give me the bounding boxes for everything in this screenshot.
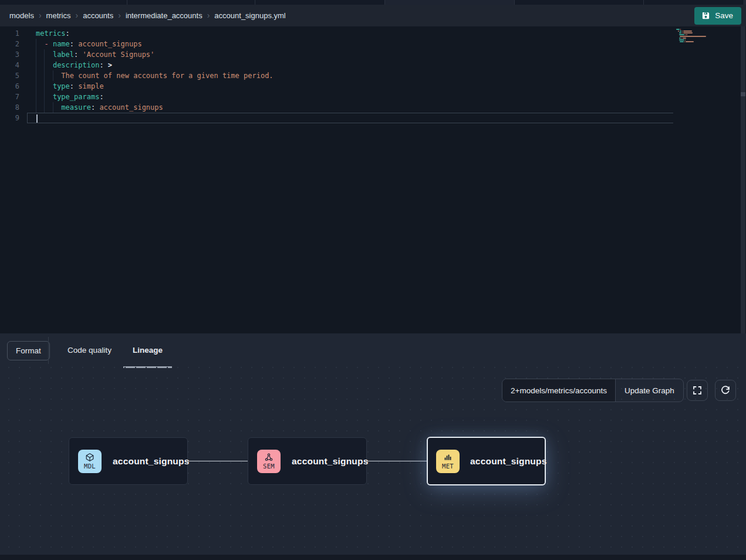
lineage-edge [188,461,248,461]
cube-icon: MDL [78,450,102,473]
semantic-graph-icon: SEM [257,450,281,473]
lineage-canvas[interactable]: Update Graph MDLaccount_s [0,367,746,555]
token-val: The count of new accounts for a given ti… [61,72,273,80]
indent-guide [44,49,45,113]
fullscreen-icon [692,385,703,396]
window-tab-segment [255,0,385,5]
editor-scrollbar[interactable] [741,26,745,333]
indent-guide [53,70,53,81]
line-code: type: simple [27,81,673,92]
window-tab-strip [0,0,746,5]
token-key: label [53,50,74,59]
token-punb: > [104,61,112,69]
editor-line[interactable]: 4 description: > [0,60,673,70]
editor-line[interactable]: 8 measure: account_signups [0,102,673,113]
line-number: 2 [0,39,27,49]
fullscreen-button[interactable] [687,380,708,401]
line-number: 7 [0,92,27,102]
file-header-bar: models›metrics›accounts›intermediate_acc… [0,5,746,26]
token-pun: : [70,82,74,90]
format-button[interactable]: Format [7,341,50,360]
line-number: 3 [0,49,27,60]
editor-line[interactable]: 6 type: simple [0,81,673,92]
editor-line[interactable]: 1metrics: [0,28,673,39]
line-code: The count of new accounts for a given ti… [27,70,673,81]
indent-guide [53,102,53,113]
bottom-strip [0,555,746,560]
window-tab-segment [515,0,644,5]
lineage-node-mdl[interactable]: MDLaccount_signups [69,437,188,485]
token-val: 'Account Signups' [78,50,154,59]
token-key: name [53,40,70,48]
window-tab-segment [385,0,515,5]
window-tab-segment [0,0,127,5]
chevron-right-icon: › [118,11,121,19]
line-number: 6 [0,81,27,92]
refresh-button[interactable] [715,380,736,401]
editor-line[interactable]: 9 [0,113,673,123]
token-key: metrics [36,29,66,38]
lineage-node-sem[interactable]: SEMaccount_signups [248,437,367,485]
ide-window: models›metrics›accounts›intermediate_acc… [0,0,746,560]
line-code: metrics: [27,28,673,39]
token-key: measure [61,103,91,112]
save-button[interactable]: Save [694,7,741,25]
save-button-label: Save [715,11,733,20]
lineage-filter-group: Update Graph [502,379,684,402]
tab-lineage[interactable]: Lineage [123,333,172,367]
token-pun: : [99,93,103,101]
node-badge-label: MDL [84,463,96,470]
token-key: type [53,82,70,90]
breadcrumb-item[interactable]: models [9,11,34,20]
editor-line[interactable]: 7 type_params: [0,92,673,102]
line-number: 5 [0,70,27,81]
panel-tabs: Code qualityLineage [56,333,172,367]
editor-line[interactable]: 2 - name: account_signups [0,39,673,49]
minimap[interactable] [676,29,711,45]
line-number: 9 [0,113,27,123]
chevron-right-icon: › [39,11,42,19]
text-cursor [36,114,38,123]
tab-divider [48,337,49,364]
line-number: 8 [0,102,27,113]
editor-lines: 1metrics:2 - name: account_signups3 labe… [0,28,673,123]
line-code: label: 'Account Signups' [27,49,673,60]
tab-code-quality[interactable]: Code quality [56,333,123,367]
scrollbar-thumb[interactable] [741,92,745,96]
node-name: account_signups [470,456,546,467]
breadcrumb-item[interactable]: accounts [83,11,113,20]
line-code: type_params: [27,92,673,102]
node-name: account_signups [113,456,189,467]
lineage-node-met[interactable]: METaccount_signups [427,437,546,485]
line-code: description: > [27,60,673,70]
node-badge-label: MET [442,463,454,470]
code-editor[interactable]: 1metrics:2 - name: account_signups3 labe… [0,26,746,333]
editor-line[interactable]: 5 The count of new accounts for a given … [0,70,673,81]
lineage-filter-input[interactable] [502,379,615,402]
line-number: 4 [0,60,27,70]
token-pun: : [66,29,70,38]
breadcrumb-item[interactable]: intermediate_accounts [126,11,202,20]
token-ws [36,103,61,112]
line-code: measure: account_signups [27,102,673,113]
node-name: account_signups [292,456,368,467]
token-pun: : [70,40,74,48]
breadcrumb-item[interactable]: account_signups.yml [214,11,285,20]
editor-line[interactable]: 3 label: 'Account Signups' [0,49,673,60]
token-val: account_signups [95,103,163,112]
node-badge-label: SEM [263,463,275,470]
token-val: account_signups [74,40,142,48]
window-tab-segment [127,0,255,5]
chevron-right-icon: › [75,11,78,19]
metric-chart-icon: MET [436,450,460,473]
line-number: 1 [0,28,27,39]
token-key: description [53,61,99,69]
chevron-right-icon: › [207,11,210,19]
refresh-icon [720,385,731,396]
indent-guide [36,39,36,113]
breadcrumb-item[interactable]: metrics [46,11,71,20]
update-graph-button[interactable]: Update Graph [615,379,683,402]
window-tab-segment [644,0,744,5]
token-pun: : [99,61,103,69]
bottom-panel: Format Code qualityLineage Update Graph [0,333,746,555]
